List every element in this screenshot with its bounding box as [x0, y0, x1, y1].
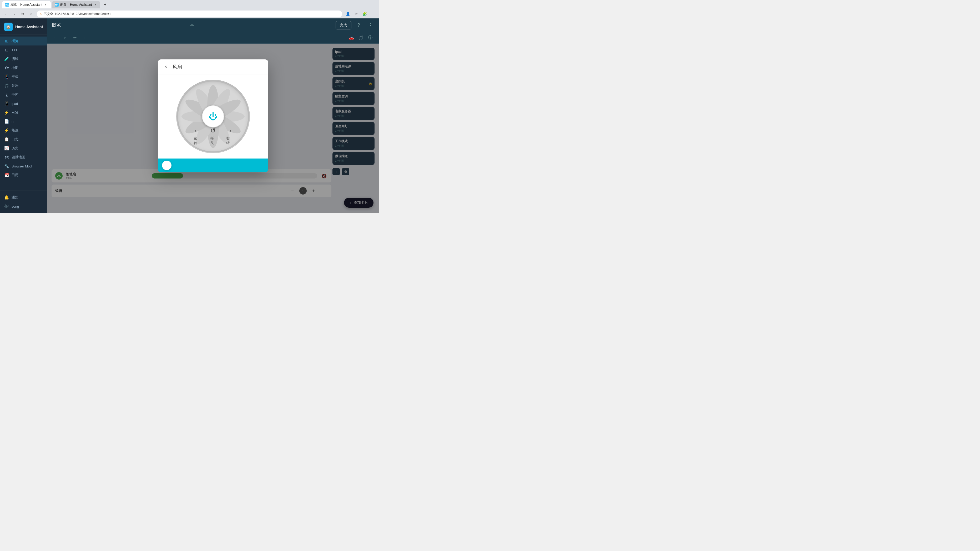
tab-overview[interactable]: HA 概览 – Home Assistant × — [2, 1, 51, 8]
edit-title-icon[interactable]: ✏ — [191, 23, 194, 28]
tab-close-1[interactable]: × — [44, 3, 48, 6]
sidebar-nav: ⊞ 概览 ⊟ 111 🧪 测试 🗺 地图 📱 平板 🎵 音乐 — [0, 35, 47, 191]
sidebar-item-map[interactable]: 🗺 地图 — [0, 64, 47, 72]
sidebar-logo: 🏠 — [4, 22, 13, 31]
subnav-info-button[interactable]: ⓘ — [366, 33, 374, 42]
sidebar-item-log-label: 日志 — [11, 137, 18, 142]
security-warning: ⚠ — [40, 12, 42, 16]
sidebar-item-111-label: 111 — [11, 48, 18, 52]
overview-icon: ⊞ — [4, 39, 9, 43]
address-bar: ‹ › ↻ ⌂ ⚠ 不安全 192.168.8.3:8123/lovelace/… — [0, 10, 379, 18]
sidebar-item-calendar[interactable]: 📅 日历 — [0, 171, 47, 179]
left-label: 左转 — [194, 136, 200, 145]
sidebar-item-notify[interactable]: 🔔 通知 — [0, 193, 47, 202]
tab-config[interactable]: HA 配置 – Home Assistant × — [52, 1, 100, 8]
subnav-back-button[interactable]: ← — [52, 33, 60, 42]
right-label: 右转 — [226, 136, 232, 145]
sidebar-item-map-label: 地图 — [11, 65, 18, 70]
help-button[interactable]: ? — [355, 21, 363, 29]
sidebar-item-song[interactable]: 🎶 song — [0, 202, 47, 211]
security-label: 不安全 — [44, 12, 53, 16]
back-button[interactable]: ‹ — [2, 10, 10, 17]
fan-left-button[interactable]: ← 左转 — [194, 127, 200, 145]
new-tab-button[interactable]: + — [101, 1, 109, 8]
url-bar[interactable]: ⚠ 不安全 192.168.8.3:8123/lovelace/home?edi… — [37, 11, 342, 17]
subnav-car-button[interactable]: 🚗 — [347, 33, 356, 42]
sidebar-item-calendar-label: 日历 — [11, 173, 18, 178]
home-button[interactable]: ⌂ — [27, 10, 35, 17]
sidebar-item-mdi[interactable]: ⚡ MDI — [0, 108, 47, 117]
profile-icon[interactable]: 👤 — [344, 10, 352, 17]
modal-overlay: × 风扇 — [47, 44, 379, 213]
sidebar-bottom: 🔔 通知 🎶 song — [0, 191, 47, 213]
extension-icon[interactable]: 🧩 — [361, 10, 368, 17]
reload-button[interactable]: ↻ — [19, 10, 26, 17]
sidebar-item-browsermod[interactable]: 🔧 Browser Mod — [0, 162, 47, 171]
fan-power-center[interactable]: ⏻ — [202, 106, 224, 127]
sidebar-item-history-label: 历史 — [11, 146, 18, 151]
ipad-icon: 📱 — [4, 101, 9, 106]
sidebar-item-111[interactable]: ⊟ 111 — [0, 46, 47, 54]
flowmap-icon: 🗺 — [4, 155, 9, 160]
browsermod-icon: 🔧 — [4, 164, 9, 168]
right-icon: → — [226, 127, 232, 134]
sidebar-item-energy[interactable]: ⚡ 能源 — [0, 126, 47, 135]
sidebar-item-ipad[interactable]: 📱 ipad — [0, 99, 47, 108]
left-icon: ← — [194, 127, 200, 134]
sidebar-item-overview-label: 概览 — [11, 39, 18, 43]
sidebar-item-browsermod-label: Browser Mod — [11, 164, 32, 168]
sidebar-item-flowmap[interactable]: 🗺 圆满地图 — [0, 153, 47, 162]
forward-button[interactable]: › — [11, 10, 18, 17]
sidebar-item-center[interactable]: 🎛 中控 — [0, 90, 47, 99]
sidebar-item-n-label: n — [11, 120, 13, 124]
subnav-music-button[interactable]: 🎵 — [356, 33, 365, 42]
sidebar-item-overview[interactable]: ⊞ 概览 — [0, 37, 47, 46]
fan-speed-knob[interactable] — [162, 160, 172, 170]
notify-icon: 🔔 — [4, 195, 9, 200]
complete-button[interactable]: 完成 — [336, 21, 352, 29]
sidebar-item-history[interactable]: 📈 历史 — [0, 144, 47, 153]
sidebar-item-song-label: song — [11, 205, 19, 208]
nav-buttons: ‹ › ↻ ⌂ — [2, 10, 35, 17]
history-icon: 📈 — [4, 146, 9, 151]
fan-shake-button[interactable]: ↺ 摇头 — [210, 127, 216, 145]
sidebar-item-energy-label: 能源 — [11, 128, 18, 133]
more-options-button[interactable]: ⋮ — [366, 21, 374, 29]
star-icon[interactable]: ☆ — [352, 10, 360, 17]
fan-speed-bar[interactable] — [158, 159, 268, 172]
sidebar-item-music[interactable]: 🎵 音乐 — [0, 81, 47, 90]
sidebar-item-test[interactable]: 🧪 测试 — [0, 54, 47, 64]
tablet-icon: 📱 — [4, 75, 9, 79]
fan-direction-controls: ← 左转 ↺ 摇头 → 右转 — [194, 127, 232, 145]
topbar: 概览 ✏ 完成 ? ⋮ — [47, 18, 379, 32]
song-icon: 🎶 — [4, 204, 9, 209]
page-title: 概览 — [52, 22, 187, 29]
menu-icon[interactable]: ⋮ — [369, 10, 377, 17]
music-icon: 🎵 — [4, 83, 9, 88]
sidebar-item-tablet[interactable]: 📱 平板 — [0, 72, 47, 81]
subnav-edit-button[interactable]: ✏ — [70, 33, 79, 42]
tab-favicon-2: HA — [55, 3, 59, 6]
modal-close-button[interactable]: × — [162, 63, 169, 70]
main-content: 概览 ✏ 完成 ? ⋮ ← ⌂ ✏ → 🚗 🎵 ⓘ ipad 1小时前 — [47, 18, 379, 213]
tab-label-2: 配置 – Home Assistant — [60, 3, 92, 7]
sidebar-title: Home Assistant — [15, 25, 43, 29]
fan-right-button[interactable]: → 右转 — [226, 127, 232, 145]
app-layout: 🏠 Home Assistant ⊞ 概览 ⊟ 111 🧪 测试 🗺 地图 📱 — [0, 18, 379, 213]
modal-body: ⏻ ← 左转 ↺ 摇头 — [158, 75, 268, 159]
sidebar-item-log[interactable]: 📋 日志 — [0, 135, 47, 144]
subnav-home-button[interactable]: ⌂ — [61, 33, 70, 42]
shake-icon: ↺ — [210, 127, 216, 134]
shake-label: 摇头 — [210, 136, 216, 145]
calendar-icon: 📅 — [4, 173, 9, 178]
fan-visual-container: ⏻ ← 左转 ↺ 摇头 — [163, 79, 263, 153]
sidebar-item-n[interactable]: 📄 n — [0, 117, 47, 126]
sidebar-item-tablet-label: 平板 — [11, 75, 18, 79]
subnav-forward-button[interactable]: → — [80, 33, 88, 42]
map-icon: 🗺 — [4, 66, 9, 70]
sidebar-item-test-label: 测试 — [11, 57, 18, 61]
sidebar-item-music-label: 音乐 — [11, 83, 18, 88]
sidebar-item-center-label: 中控 — [11, 92, 18, 97]
fan-power-icon[interactable]: ⏻ — [209, 112, 217, 121]
tab-close-2[interactable]: × — [93, 3, 97, 6]
